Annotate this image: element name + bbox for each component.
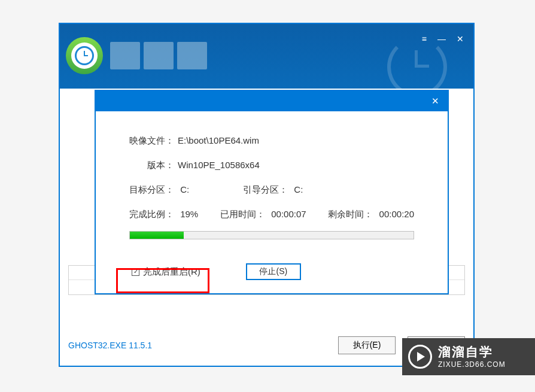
restart-checkbox[interactable]: ✓ 完成后重启(R) bbox=[132, 266, 200, 278]
progress-label: 完成比例： bbox=[129, 209, 174, 219]
image-file-value: E:\boot\10PE64.wim bbox=[178, 135, 259, 147]
stop-button[interactable]: 停止(S) bbox=[246, 263, 301, 280]
version-text: GHOST32.EXE 11.5.1 bbox=[68, 341, 152, 350]
partition-row: 目标分区： C: 引导分区： C: bbox=[129, 184, 414, 196]
minimize-button[interactable]: — bbox=[437, 35, 446, 43]
title-bar: ≡ — ✕ bbox=[60, 24, 473, 89]
version-row: 版本： Win10PE_10586x64 bbox=[129, 160, 414, 171]
version-value: Win10PE_10586x64 bbox=[178, 160, 260, 171]
elapsed-label: 已用时间： bbox=[220, 209, 265, 219]
progress-dialog: ✕ 映像文件： E:\boot\10PE64.wim 版本： Win10PE_1… bbox=[95, 90, 449, 294]
image-file-row: 映像文件： E:\boot\10PE64.wim bbox=[129, 135, 414, 147]
progress-fill bbox=[130, 232, 184, 239]
watermark-en: ZIXUE.3D66.COM bbox=[438, 360, 506, 369]
menu-icon[interactable]: ≡ bbox=[422, 35, 427, 43]
watermark-badge: 溜溜自学 ZIXUE.3D66.COM bbox=[402, 338, 535, 375]
app-logo-icon bbox=[66, 37, 103, 74]
annotation-arrow-icon bbox=[0, 386, 132, 392]
boot-partition-value: C: bbox=[294, 184, 303, 195]
play-icon bbox=[408, 345, 432, 369]
remaining-value: 00:00:20 bbox=[379, 209, 414, 219]
dialog-actions: ✓ 完成后重启(R) 停止(S) bbox=[129, 263, 414, 280]
dialog-close-button[interactable]: ✕ bbox=[431, 96, 439, 107]
checkbox-icon: ✓ bbox=[132, 268, 139, 276]
target-partition-value: C: bbox=[180, 184, 189, 195]
progress-value: 19% bbox=[180, 209, 198, 219]
remaining-label: 剩余时间： bbox=[328, 209, 373, 219]
progress-info-row: 完成比例： 19% 已用时间： 00:00:07 剩余时间： 00:00:20 bbox=[129, 209, 414, 220]
watermark-cn: 溜溜自学 bbox=[438, 344, 506, 360]
image-file-label: 映像文件： bbox=[129, 135, 174, 147]
app-title-blurred bbox=[110, 42, 207, 69]
window-controls: ≡ — ✕ bbox=[422, 35, 464, 43]
boot-partition-label: 引导分区： bbox=[243, 184, 288, 195]
dialog-titlebar: ✕ bbox=[96, 91, 448, 111]
restart-checkbox-label: 完成后重启(R) bbox=[143, 266, 200, 278]
close-button[interactable]: ✕ bbox=[457, 35, 464, 43]
version-label: 版本： bbox=[147, 160, 174, 171]
elapsed-value: 00:00:07 bbox=[271, 209, 306, 219]
execute-button[interactable]: 执行(E) bbox=[338, 336, 396, 354]
target-partition-label: 目标分区： bbox=[129, 184, 174, 195]
progress-bar bbox=[129, 231, 414, 239]
